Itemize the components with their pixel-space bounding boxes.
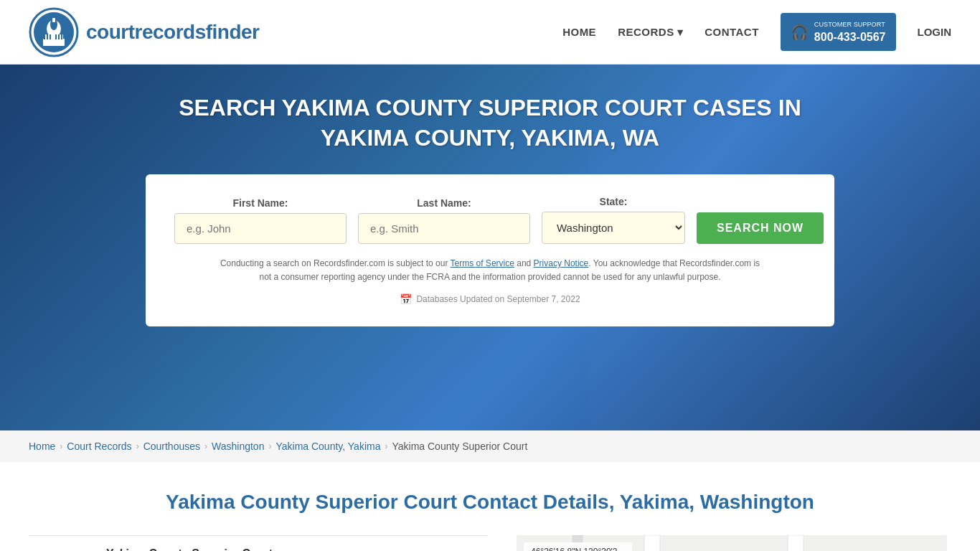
content-title: Yakima County Superior Court Contact Det… [29,491,951,514]
first-name-input[interactable] [174,213,347,244]
court-name-value: Yakima County Superior Court [106,547,273,551]
main-content: Yakima County Superior Court Contact Det… [0,462,980,551]
login-button[interactable]: LOGIN [918,26,952,38]
svg-rect-11 [58,34,60,39]
first-name-label: First Name: [174,197,347,209]
details-map-row: Court Name: Yakima County Superior Court… [29,535,951,551]
svg-rect-2 [43,39,65,46]
hero-title: SEARCH YAKIMA COUNTY SUPERIOR COURT CASE… [167,93,813,153]
chevron-right-icon-3: › [204,441,207,451]
support-box[interactable]: 🎧 CUSTOMER SUPPORT 800-433-0567 [781,13,896,52]
svg-rect-15 [660,535,789,551]
nav-records[interactable]: RECORDS ▾ [618,26,683,39]
site-header: courtrecordsfinder HOME RECORDS ▾ CONTAC… [0,0,980,65]
chevron-right-icon: › [60,441,62,451]
chevron-right-icon-2: › [136,441,139,451]
hero-section: SEARCH YAKIMA COUNTY SUPERIOR COURT CASE… [0,65,980,430]
svg-rect-7 [44,34,45,39]
svg-rect-6 [52,18,55,22]
search-button[interactable]: SEARCH NOW [697,212,824,244]
chevron-right-icon-5: › [385,441,387,451]
breadcrumb-yakima-county[interactable]: Yakima County, Yakima [275,441,380,452]
logo-text: courtrecordsfinder [86,21,260,44]
search-card: First Name: Last Name: State: Washington… [146,174,834,326]
nav-home[interactable]: HOME [562,26,596,38]
breadcrumb-washington[interactable]: Washington [212,441,264,452]
svg-rect-10 [55,34,57,39]
calendar-icon: 📅 [400,293,412,305]
last-name-label: Last Name: [358,197,530,209]
breadcrumb-current: Yakima County Superior Court [392,441,527,452]
disclaimer-text: Conducting a search on Recordsfinder.com… [217,257,763,284]
detail-row-court-name: Court Name: Yakima County Superior Court [29,535,488,551]
last-name-group: Last Name: [358,197,530,244]
logo[interactable]: courtrecordsfinder [29,7,260,57]
privacy-link[interactable]: Privacy Notice [534,258,589,268]
breadcrumb-home[interactable]: Home [29,441,55,452]
main-nav: HOME RECORDS ▾ CONTACT 🎧 CUSTOMER SUPPOR… [562,13,951,52]
svg-rect-12 [61,34,62,39]
map-area[interactable]: 46°36'16.8"N 120°30'2... View larger map… [517,535,947,551]
state-label: State: [542,196,685,207]
first-name-group: First Name: [174,197,347,244]
map-coordinates: 46°36'16.8"N 120°30'2... View larger map [524,542,632,551]
search-fields: First Name: Last Name: State: Washington… [174,196,806,244]
support-text: CUSTOMER SUPPORT 800-433-0567 [814,19,886,46]
headset-icon: 🎧 [791,24,809,41]
logo-icon [29,7,79,57]
db-updated: 📅 Databases Updated on September 7, 2022 [174,293,806,305]
map-placeholder: 46°36'16.8"N 120°30'2... View larger map… [517,535,947,551]
svg-rect-16 [804,535,947,551]
chevron-down-icon: ▾ [677,26,684,39]
state-select[interactable]: Washington Alabama Alaska Arizona Califo… [542,212,685,244]
breadcrumb-courthouses[interactable]: Courthouses [143,441,200,452]
nav-contact[interactable]: CONTACT [705,26,759,38]
terms-link[interactable]: Terms of Service [451,258,514,268]
svg-rect-23 [788,535,804,551]
svg-rect-9 [50,34,51,39]
svg-rect-8 [47,34,48,39]
chevron-right-icon-4: › [268,441,271,451]
last-name-input[interactable] [358,213,530,244]
breadcrumb-court-records[interactable]: Court Records [67,441,131,452]
state-group: State: Washington Alabama Alaska Arizona… [542,196,685,244]
svg-rect-22 [644,535,660,551]
details-table: Court Name: Yakima County Superior Court… [29,535,488,551]
breadcrumb: Home › Court Records › Courthouses › Was… [0,430,980,462]
